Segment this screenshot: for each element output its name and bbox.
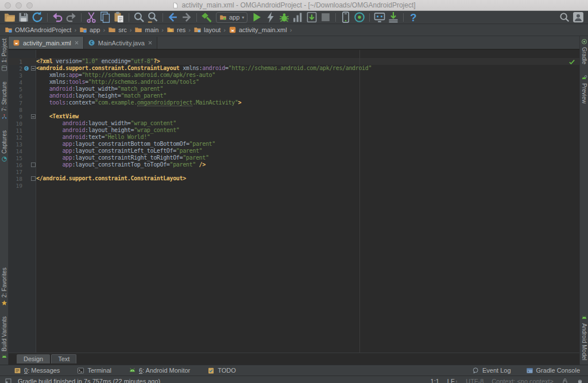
find-button[interactable] (133, 11, 145, 23)
breadcrumb-label: layout (204, 26, 220, 33)
project-folder-icon (5, 26, 13, 34)
tool-stripe-label: Captures (1, 130, 7, 154)
close-button[interactable] (5, 2, 11, 9)
minimize-button[interactable] (16, 2, 22, 9)
breadcrumb-label: src (118, 26, 127, 33)
gutter-cell: 18 (9, 175, 36, 182)
find-in-path-button[interactable] (146, 11, 159, 23)
tool-window-button[interactable]: Event Log (472, 367, 511, 374)
profile-button[interactable] (292, 11, 304, 23)
line-number: 7 (9, 100, 22, 106)
fold-marker[interactable] (31, 163, 36, 167)
code-text (36, 168, 36, 175)
tool-window-button[interactable]: TODO (207, 367, 236, 374)
breadcrumb-item[interactable]: app (78, 25, 101, 34)
cut-button[interactable] (85, 11, 98, 23)
gutter-cell: 5 (9, 86, 36, 92)
gradle-icon (581, 38, 587, 45)
fold-marker[interactable] (31, 176, 36, 181)
save-all-button[interactable] (17, 11, 30, 23)
redo-button[interactable] (65, 11, 78, 23)
paste-button[interactable] (113, 11, 125, 23)
editor-tab[interactable]: activity_main.xml (9, 37, 84, 49)
breadcrumb-label: activity_main.xml (239, 26, 287, 33)
help-button[interactable]: ? (407, 11, 420, 23)
inspections-profile-icon[interactable] (577, 378, 583, 383)
code-area[interactable]: 1<?xml version="1.0" encoding="utf-8"?>2… (9, 50, 579, 189)
line-number: 10 (9, 121, 22, 127)
breadcrumb-item[interactable]: main (133, 25, 160, 34)
tool-stripe-button[interactable]: Preview (581, 75, 587, 104)
breadcrumb-item[interactable]: OMGAndroidProject (3, 25, 72, 34)
apply-changes-button[interactable] (264, 11, 277, 23)
tool-stripe-button[interactable]: Gradle (581, 38, 587, 64)
synchronize-button[interactable] (31, 11, 44, 23)
tool-stripe-button[interactable]: Captures (1, 130, 7, 163)
code-line: 2C<android.support.constraint.Constraint… (9, 65, 579, 72)
undo-button[interactable] (51, 11, 64, 23)
line-number: 18 (9, 176, 22, 182)
code-text: </android.support.constraint.ConstraintL… (36, 175, 186, 182)
copy-button[interactable] (99, 11, 111, 23)
breadcrumb-item[interactable]: res (165, 25, 187, 34)
close-tab-icon[interactable] (148, 40, 153, 45)
line-number: 4 (9, 79, 22, 86)
event-log-icon (472, 367, 479, 374)
app-module-icon (219, 14, 227, 21)
tab-design[interactable]: Design (17, 354, 50, 363)
back-button[interactable] (167, 11, 179, 23)
breadcrumb: OMGAndroidProject›app›src›main›res›layou… (0, 24, 588, 36)
open-file-button[interactable] (3, 11, 16, 23)
android-icon (581, 315, 587, 321)
make-project-button[interactable] (200, 11, 213, 23)
res-folder-icon (167, 26, 175, 34)
tool-stripe-button[interactable]: Build Variants (1, 316, 7, 360)
tool-window-button[interactable]: 0: Messages (14, 367, 60, 374)
editor-tab[interactable]: CMainActivity.java (84, 37, 157, 49)
tool-window-button[interactable]: 6: Android Monitor (129, 367, 190, 374)
avd-manager-button[interactable] (339, 11, 352, 23)
fold-marker[interactable] (31, 114, 36, 119)
lock-icon[interactable] (562, 378, 568, 383)
run-configuration-select[interactable]: app▾ (216, 12, 247, 23)
code-editor[interactable]: 1<?xml version="1.0" encoding="utf-8"?>2… (9, 49, 579, 353)
star-icon (1, 300, 7, 306)
tab-text[interactable]: Text (51, 354, 76, 363)
gutter-cell: 3 (9, 72, 36, 79)
svg-text:C: C (90, 40, 92, 45)
tool-window-button[interactable]: Terminal (77, 367, 111, 374)
gradle-sync-button[interactable] (353, 11, 366, 23)
breadcrumb-item[interactable]: layout (192, 25, 222, 34)
tool-stripe-button[interactable]: Android Model (581, 315, 587, 360)
captures-button[interactable] (373, 11, 386, 23)
stop-button[interactable] (319, 11, 332, 23)
code-text: tools:context="com.example.omgandroidpro… (36, 99, 241, 106)
breadcrumb-item[interactable]: src (107, 25, 128, 34)
zoom-button[interactable] (26, 2, 33, 9)
line-number: 6 (9, 93, 22, 99)
tool-window-button[interactable]: Gradle Console (526, 367, 580, 374)
forward-button[interactable] (180, 11, 193, 23)
encoding-indicator[interactable]: UTF-8 (466, 378, 483, 383)
context-indicator[interactable]: Context: <no context> (492, 378, 554, 383)
search-everywhere-button[interactable] (558, 11, 571, 23)
line-separator-indicator[interactable]: LF (447, 378, 458, 383)
caret-position-indicator[interactable]: 1:1 (431, 378, 439, 383)
toggle-tool-buttons-icon[interactable] (5, 377, 12, 383)
workspace: 1: Project7: StructureCaptures 2: Favori… (0, 36, 588, 365)
fold-marker[interactable] (31, 66, 36, 71)
debug-button[interactable] (278, 11, 291, 23)
close-tab-icon[interactable] (74, 40, 79, 45)
sdk-manager-button[interactable] (387, 11, 400, 23)
tool-stripe-button[interactable]: 2: Favorites (1, 268, 7, 306)
tool-stripe-button[interactable]: 1: Project (1, 38, 7, 71)
run-button[interactable] (250, 11, 263, 23)
breadcrumb-item[interactable]: activity_main.xml (227, 25, 288, 34)
chevron-right-icon: › (188, 26, 191, 33)
line-number: 17 (9, 169, 22, 175)
toolbar-separator (163, 13, 163, 22)
user-avatar[interactable] (572, 11, 585, 23)
tool-stripe-button[interactable]: 7: Structure (1, 82, 7, 120)
window-title-area: activity_main.xml - OMGAndroidProject - … (0, 1, 588, 9)
attach-debugger-button[interactable] (305, 11, 318, 23)
